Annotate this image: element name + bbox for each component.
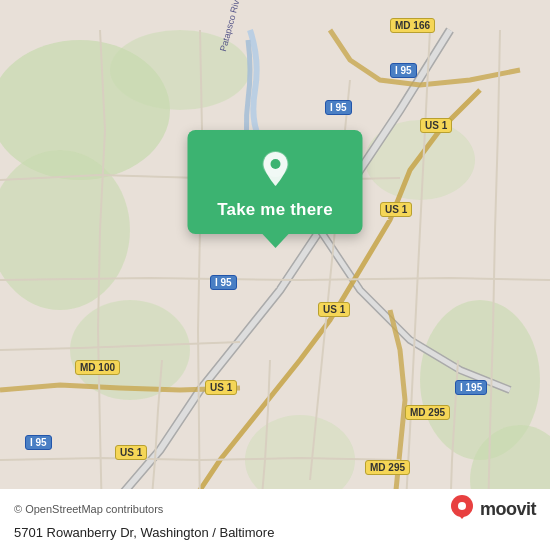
road-label: I 95 — [390, 63, 417, 78]
map-attribution: © OpenStreetMap contributors — [14, 503, 163, 515]
moovit-logo: moovit — [448, 495, 536, 523]
road-label: I 95 — [25, 435, 52, 450]
bottom-info-bar: © OpenStreetMap contributors moovit 5701… — [0, 489, 550, 550]
popup-card[interactable]: Take me there — [188, 130, 363, 234]
road-label: I 95 — [210, 275, 237, 290]
map-container: I 95I 95US 1US 1I 95US 1US 1MD 100MD 295… — [0, 0, 550, 550]
road-label: I 195 — [455, 380, 487, 395]
road-label: MD 295 — [365, 460, 410, 475]
location-pin-icon — [253, 148, 297, 192]
road-label: MD 100 — [75, 360, 120, 375]
road-label: MD 166 — [390, 18, 435, 33]
moovit-icon — [448, 495, 476, 523]
take-me-there-button[interactable]: Take me there — [217, 200, 333, 220]
road-label: US 1 — [318, 302, 350, 317]
address-line: 5701 Rowanberry Dr, Washington / Baltimo… — [14, 525, 536, 540]
road-label: I 95 — [325, 100, 352, 115]
road-label: US 1 — [380, 202, 412, 217]
svg-point-12 — [458, 502, 466, 510]
moovit-text: moovit — [480, 499, 536, 520]
road-label: US 1 — [420, 118, 452, 133]
road-label: MD 295 — [405, 405, 450, 420]
road-label: US 1 — [115, 445, 147, 460]
svg-point-10 — [270, 159, 280, 169]
map-background — [0, 0, 550, 550]
road-label: US 1 — [205, 380, 237, 395]
